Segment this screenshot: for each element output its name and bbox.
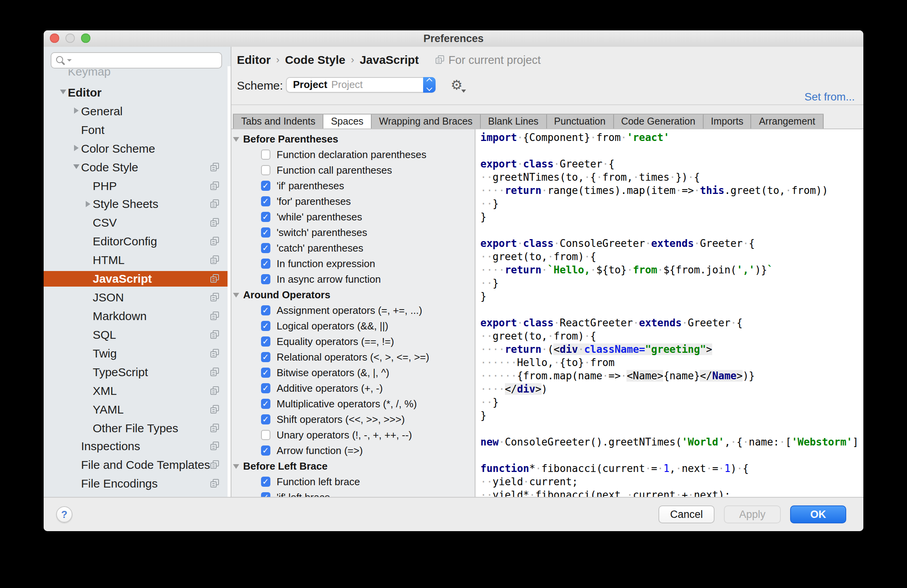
sidebar-item-json[interactable]: JSON <box>44 289 228 305</box>
option-if-left-brace[interactable]: 'if' left brace <box>231 489 475 496</box>
section-before-parentheses[interactable]: Before Parentheses <box>231 131 475 147</box>
option-catch-parentheses[interactable]: 'catch' parentheses <box>231 240 475 256</box>
minimize-button[interactable] <box>65 34 74 43</box>
checkbox-checked[interactable] <box>261 181 270 191</box>
chevron-down-icon[interactable] <box>232 292 240 297</box>
checkbox-checked[interactable] <box>261 228 270 238</box>
sidebar-item-csv[interactable]: CSV <box>44 215 228 231</box>
option-if-parentheses[interactable]: 'if' parentheses <box>231 178 475 194</box>
section-before-left-brace[interactable]: Before Left Brace <box>231 458 475 474</box>
checkbox-unchecked[interactable] <box>261 150 270 160</box>
sidebar-item-inspections[interactable]: Inspections <box>44 438 228 454</box>
option-assignment-operators[interactable]: Assignment operators (=, +=, ...) <box>231 303 475 318</box>
checkbox-checked[interactable] <box>261 368 270 378</box>
checkbox-unchecked[interactable] <box>261 165 270 175</box>
checkbox-checked[interactable] <box>261 275 270 284</box>
option-switch-parentheses[interactable]: 'switch' parentheses <box>231 225 475 240</box>
option-relational-operators[interactable]: Relational operators (<, >, <=, >=) <box>231 349 475 365</box>
checkbox-checked[interactable] <box>261 493 270 496</box>
chevron-right-icon[interactable] <box>71 108 81 114</box>
chevron-down-icon[interactable] <box>232 464 240 468</box>
sidebar-item-markdown[interactable]: Markdown <box>44 308 228 324</box>
option-in-function-expression[interactable]: In function expression <box>231 256 475 271</box>
option-function-call-parentheses[interactable]: Function call parentheses <box>231 162 475 178</box>
scheme-actions-button[interactable]: ⚙ <box>448 76 465 93</box>
search-options-caret-icon[interactable] <box>67 59 72 61</box>
chevron-down-icon[interactable] <box>58 90 68 95</box>
sidebar-item-javascript[interactable]: JavaScript <box>44 271 228 286</box>
checkbox-checked[interactable] <box>261 384 270 393</box>
sidebar-item-twig[interactable]: Twig <box>44 345 228 361</box>
option-additive-operators[interactable]: Additive operators (+, -) <box>231 380 475 396</box>
checkbox-checked[interactable] <box>261 243 270 253</box>
option-bitwise-operators[interactable]: Bitwise operators (&, |, ^) <box>231 365 475 380</box>
option-for-parentheses[interactable]: 'for' parentheses <box>231 194 475 209</box>
chevron-down-icon[interactable] <box>71 164 81 169</box>
sidebar-item-font[interactable]: Font <box>44 122 228 137</box>
option-shift-operators[interactable]: Shift operators (<<, >>, >>>) <box>231 412 475 427</box>
tab-tabs-and-indents[interactable]: Tabs and Indents <box>233 114 323 129</box>
sidebar-item-sql[interactable]: SQL <box>44 327 228 342</box>
breadcrumb-javascript[interactable]: JavaScript <box>360 53 419 66</box>
chevron-right-icon[interactable] <box>83 201 93 207</box>
option-in-async-arrow-function[interactable]: In async arrow function <box>231 271 475 287</box>
chevron-right-icon[interactable] <box>71 145 81 151</box>
checkbox-checked[interactable] <box>261 306 270 315</box>
option-function-declaration-parentheses[interactable]: Function declaration parentheses <box>231 147 475 162</box>
breadcrumb-editor[interactable]: Editor <box>237 53 271 66</box>
sidebar-item-general[interactable]: General <box>44 103 228 119</box>
checkbox-checked[interactable] <box>261 197 270 206</box>
sidebar-item-other-file-types[interactable]: Other File Types <box>44 420 228 435</box>
sidebar-item-style-sheets[interactable]: Style Sheets <box>44 196 228 212</box>
breadcrumb-code-style[interactable]: Code Style <box>285 53 345 66</box>
sidebar-item-editorconfig[interactable]: EditorConfig <box>44 234 228 249</box>
checkbox-checked[interactable] <box>261 446 270 456</box>
sidebar-item-xml[interactable]: XML <box>44 382 228 398</box>
checkbox-checked[interactable] <box>261 337 270 347</box>
checkbox-checked[interactable] <box>261 259 270 269</box>
sidebar-scrollbar[interactable] <box>228 66 231 496</box>
option-multiplicative-operators[interactable]: Multiplicative operators (*, /, %) <box>231 396 475 412</box>
close-button[interactable] <box>50 34 59 43</box>
checkbox-checked[interactable] <box>261 212 270 222</box>
help-button[interactable]: ? <box>56 506 72 522</box>
tab-blank-lines[interactable]: Blank Lines <box>481 114 547 129</box>
search-input[interactable] <box>72 53 221 67</box>
sidebar-item-keymap[interactable]: Keymap <box>44 66 228 81</box>
checkbox-checked[interactable] <box>261 399 270 409</box>
sidebar-item-file-encodings[interactable]: File Encodings <box>44 476 228 491</box>
sidebar-item-file-and-code-templates[interactable]: File and Code Templates <box>44 457 228 473</box>
cancel-button[interactable]: Cancel <box>658 505 715 523</box>
sidebar-item-yaml[interactable]: YAML <box>44 401 228 417</box>
sidebar-item-html[interactable]: HTML <box>44 252 228 268</box>
section-around-operators[interactable]: Around Operators <box>231 287 475 303</box>
checkbox-unchecked[interactable] <box>261 430 270 440</box>
sidebar-item-code-style[interactable]: Code Style <box>44 159 228 174</box>
ok-button[interactable]: OK <box>790 505 846 523</box>
tab-spaces[interactable]: Spaces <box>323 114 371 129</box>
sidebar-item-php[interactable]: PHP <box>44 178 228 193</box>
zoom-button[interactable] <box>81 34 90 43</box>
tab-punctuation[interactable]: Punctuation <box>547 114 614 129</box>
sidebar-item-editor[interactable]: Editor <box>44 85 228 100</box>
scheme-select-stepper[interactable] <box>423 77 436 92</box>
scheme-select[interactable]: Project Project <box>286 77 436 92</box>
option-equality-operators[interactable]: Equality operators (==, !=) <box>231 334 475 349</box>
tab-imports[interactable]: Imports <box>704 114 752 129</box>
option-while-parentheses[interactable]: 'while' parentheses <box>231 209 475 225</box>
checkbox-checked[interactable] <box>261 477 270 487</box>
tab-arrangement[interactable]: Arrangement <box>752 114 824 129</box>
chevron-down-icon[interactable] <box>232 137 240 141</box>
option-unary-operators[interactable]: Unary operators (!, -, +, ++, --) <box>231 427 475 443</box>
option-function-left-brace[interactable]: Function left brace <box>231 474 475 489</box>
sidebar-item-color-scheme[interactable]: Color Scheme <box>44 140 228 156</box>
checkbox-checked[interactable] <box>261 415 270 424</box>
option-logical-operators[interactable]: Logical operators (&&, ||) <box>231 318 475 334</box>
set-from-link[interactable]: Set from... <box>805 90 855 102</box>
checkbox-checked[interactable] <box>261 352 270 362</box>
option-arrow-function[interactable]: Arrow function (=>) <box>231 443 475 458</box>
tab-wrapping-and-braces[interactable]: Wrapping and Braces <box>372 114 481 129</box>
sidebar-item-typescript[interactable]: TypeScript <box>44 364 228 380</box>
tab-code-generation[interactable]: Code Generation <box>614 114 703 129</box>
checkbox-checked[interactable] <box>261 321 270 331</box>
